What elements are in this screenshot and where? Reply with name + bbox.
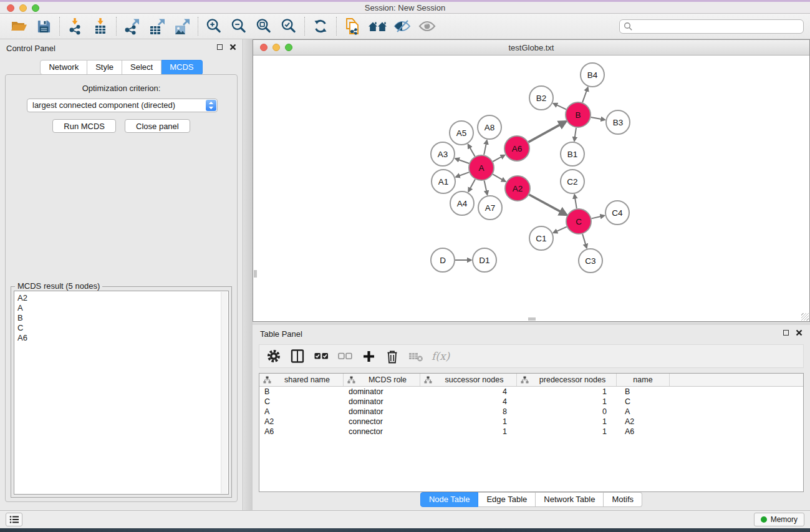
zoom-out-button[interactable] xyxy=(226,16,251,37)
criterion-dropdown[interactable]: largest connected component (directed) xyxy=(27,99,218,112)
edge-A-A7[interactable] xyxy=(485,181,488,195)
table-cell[interactable]: 8 xyxy=(420,407,517,416)
zoom-selected-button[interactable] xyxy=(276,16,301,37)
edge-B-B3[interactable] xyxy=(591,117,605,120)
tab-style[interactable]: Style xyxy=(87,60,122,75)
float-table-panel-icon[interactable] xyxy=(783,330,789,336)
search-field[interactable] xyxy=(619,19,804,34)
column-header-shared-name[interactable]: shared name xyxy=(259,374,344,386)
zoom-in-button[interactable] xyxy=(201,16,226,37)
close-panel-button[interactable]: Close panel xyxy=(125,119,190,133)
edge-B-B4[interactable] xyxy=(582,87,588,102)
table-cell[interactable]: B xyxy=(259,387,344,396)
import-table-button[interactable] xyxy=(88,16,113,37)
table-cell[interactable]: A xyxy=(259,407,344,416)
edge-A-A2[interactable] xyxy=(493,174,505,181)
table-cell[interactable]: 1 xyxy=(420,417,517,426)
import-network-button[interactable] xyxy=(63,16,88,37)
table-cell[interactable]: 1 xyxy=(517,427,617,436)
new-network-from-selection-button[interactable] xyxy=(340,16,365,37)
network-resize-grip[interactable] xyxy=(801,313,809,321)
table-row[interactable]: A6connector11A6 xyxy=(259,427,803,437)
graph-node-A5[interactable]: A5 xyxy=(450,121,473,145)
tab-edge-table[interactable]: Edge Table xyxy=(478,492,536,507)
float-panel-icon[interactable] xyxy=(217,44,223,50)
table-row[interactable]: Cdominator41C xyxy=(259,397,803,407)
column-header-name[interactable]: name xyxy=(617,374,670,386)
open-session-button[interactable] xyxy=(6,16,31,37)
edge-C-C4[interactable] xyxy=(592,216,605,219)
memory-button[interactable]: Memory xyxy=(754,513,804,526)
delete-column-button[interactable] xyxy=(382,346,403,366)
graph-node-A1[interactable]: A1 xyxy=(432,170,455,193)
table-row[interactable]: Adominator80A xyxy=(259,407,803,417)
table-settings-button[interactable] xyxy=(263,346,284,366)
result-item[interactable]: A xyxy=(17,303,228,313)
edge-A-A1[interactable] xyxy=(456,172,469,177)
tab-motifs[interactable]: Motifs xyxy=(604,492,642,507)
edge-A-A8[interactable] xyxy=(484,140,487,155)
table-cell[interactable]: dominator xyxy=(344,387,420,396)
tab-mcds[interactable]: MCDS xyxy=(162,60,202,75)
table-cell[interactable]: 4 xyxy=(420,397,517,406)
graph-node-B3[interactable]: B3 xyxy=(606,110,630,134)
result-item[interactable]: A2 xyxy=(17,293,228,303)
graph-node-A3[interactable]: A3 xyxy=(431,142,455,166)
edge-B-B2[interactable] xyxy=(554,104,566,109)
search-input[interactable] xyxy=(635,22,799,31)
table-cell[interactable]: 1 xyxy=(420,427,517,436)
export-network-button[interactable] xyxy=(120,16,145,37)
result-list-scrollbar[interactable] xyxy=(221,292,228,493)
tab-network[interactable]: Network xyxy=(40,60,87,75)
network-canvas[interactable]: B4B2BB3A8A5A6B1A3AC2A1A2A4A7C4CC1C3DD1 xyxy=(253,56,809,321)
edge-C-C3[interactable] xyxy=(582,234,587,248)
table-cell[interactable]: 1 xyxy=(517,387,617,396)
save-session-button[interactable] xyxy=(31,16,56,37)
edge-B-B1[interactable] xyxy=(574,128,576,141)
edge-A-A5[interactable] xyxy=(468,145,475,157)
graph-node-A4[interactable]: A4 xyxy=(450,191,474,215)
table-cell[interactable]: A6 xyxy=(259,427,344,436)
table-cell[interactable]: C xyxy=(259,397,344,406)
panel-divider[interactable] xyxy=(244,39,253,510)
graph-node-C2[interactable]: C2 xyxy=(561,170,584,193)
edge-C-C2[interactable] xyxy=(574,195,577,208)
deselect-all-button[interactable] xyxy=(334,346,355,366)
close-panel-icon[interactable] xyxy=(229,44,236,51)
tab-node-table[interactable]: Node Table xyxy=(420,492,479,507)
hide-selected-button[interactable] xyxy=(390,16,415,37)
graph-node-A8[interactable]: A8 xyxy=(478,115,501,139)
table-cell[interactable]: dominator xyxy=(344,397,420,406)
table-cell[interactable]: 1 xyxy=(517,417,617,426)
table-cell[interactable]: 4 xyxy=(420,387,517,396)
graph-node-B2[interactable]: B2 xyxy=(529,86,553,110)
refresh-button[interactable] xyxy=(308,16,333,37)
tab-network-table[interactable]: Network Table xyxy=(536,492,604,507)
graph-node-C4[interactable]: C4 xyxy=(605,201,629,225)
graph-node-A[interactable]: A xyxy=(469,155,494,180)
edge-A2-C[interactable] xyxy=(529,195,567,215)
delete-table-button[interactable] xyxy=(405,346,427,366)
edge-C-C1[interactable] xyxy=(554,227,567,233)
network-close-button[interactable] xyxy=(260,44,268,51)
add-column-button[interactable] xyxy=(358,346,379,366)
network-zoom-button[interactable] xyxy=(285,44,292,51)
result-item[interactable]: A6 xyxy=(17,333,228,343)
column-header-predecessor-nodes[interactable]: predecessor nodes xyxy=(517,374,617,386)
show-eye-button[interactable] xyxy=(415,16,440,37)
table-cell[interactable]: A xyxy=(617,407,670,416)
graph-node-B[interactable]: B xyxy=(566,102,591,127)
run-mcds-button[interactable]: Run MCDS xyxy=(52,119,116,133)
table-row[interactable]: Bdominator41B xyxy=(259,387,803,397)
table-cell[interactable]: C xyxy=(617,397,670,406)
column-header-mcds-role[interactable]: MCDS role xyxy=(344,374,420,386)
edge-A-A4[interactable] xyxy=(468,179,475,191)
edge-A-A3[interactable] xyxy=(455,158,469,163)
graph-node-D[interactable]: D xyxy=(431,248,455,272)
graph-node-C3[interactable]: C3 xyxy=(579,249,602,273)
show-columns-button[interactable] xyxy=(287,346,308,366)
network-minimize-button[interactable] xyxy=(272,44,280,51)
graph-node-A2[interactable]: A2 xyxy=(505,176,530,201)
table-cell[interactable]: connector xyxy=(344,417,420,426)
close-table-panel-icon[interactable] xyxy=(796,329,803,336)
